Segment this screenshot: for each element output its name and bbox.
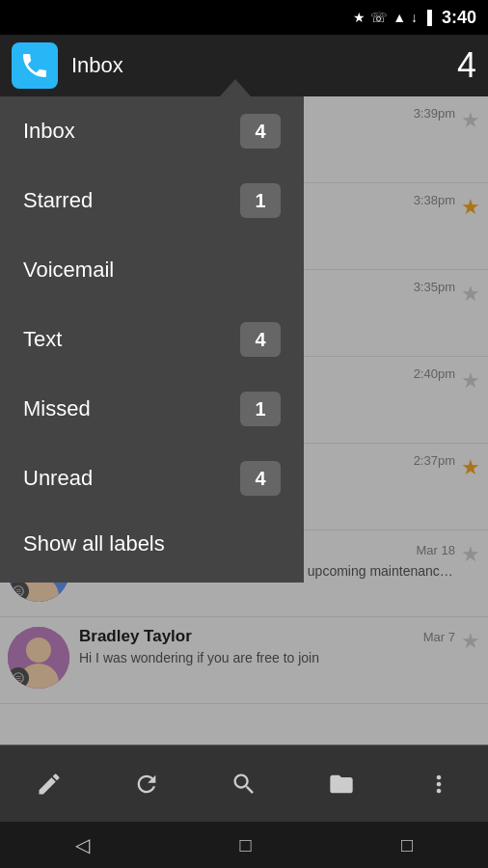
menu-item-label: Show all labels xyxy=(23,531,165,556)
compose-button[interactable] xyxy=(26,761,72,807)
header-badge: 4 xyxy=(457,45,476,86)
menu-badge: 1 xyxy=(240,183,281,218)
battery-icon: ▐ xyxy=(422,10,432,25)
menu-item-text[interactable]: Text4 xyxy=(0,305,304,374)
search-button[interactable] xyxy=(221,761,267,807)
refresh-button[interactable] xyxy=(123,761,170,807)
menu-item-label: Inbox xyxy=(23,119,75,144)
dropdown-arrow xyxy=(220,79,251,96)
menu-item-label: Unread xyxy=(23,466,93,491)
home-button[interactable]: □ xyxy=(239,834,251,856)
phone-app-icon xyxy=(19,50,50,81)
menu-item-missed[interactable]: Missed1 xyxy=(0,374,304,444)
menu-item-show-all-labels[interactable]: Show all labels xyxy=(0,513,304,575)
menu-item-label: Text xyxy=(23,327,62,352)
phone-icon: ☏ xyxy=(370,10,388,25)
more-button[interactable] xyxy=(416,761,462,807)
menu-badge: 4 xyxy=(240,322,281,357)
signal-icon: ↓ xyxy=(411,10,418,25)
menu-badge: 4 xyxy=(240,461,281,496)
menu-badge: 4 xyxy=(240,114,281,149)
app-header: Inbox 4 xyxy=(0,35,488,96)
bluetooth-icon: ★ xyxy=(353,10,366,25)
menu-item-inbox[interactable]: Inbox4 xyxy=(0,96,304,166)
recent-button[interactable]: □ xyxy=(401,834,413,856)
nav-bar: ◁ □ □ xyxy=(0,822,488,868)
back-button[interactable]: ◁ xyxy=(75,833,90,856)
menu-item-label: Starred xyxy=(23,188,93,213)
menu-item-label: Missed xyxy=(23,396,91,421)
menu-badge: 1 xyxy=(240,392,281,426)
main-content: ☰ 3:39pmthe library. I'll★ ☰ 3:38pmcance… xyxy=(0,96,488,745)
bottom-toolbar xyxy=(0,745,488,822)
app-title: Inbox xyxy=(71,53,457,78)
menu-item-unread[interactable]: Unread4 xyxy=(0,444,304,513)
menu-item-label: Voicemail xyxy=(23,258,114,283)
wifi-icon: ▲ xyxy=(393,10,406,25)
status-icons: ★ ☏ ▲ ↓ ▐ xyxy=(353,10,432,25)
menu-item-voicemail[interactable]: Voicemail xyxy=(0,235,304,305)
dropdown-menu: Inbox4Starred1VoicemailText4Missed1Unrea… xyxy=(0,96,304,583)
folder-button[interactable] xyxy=(318,761,365,807)
menu-item-starred[interactable]: Starred1 xyxy=(0,166,304,235)
status-bar: ★ ☏ ▲ ↓ ▐ 3:40 xyxy=(0,0,488,35)
status-time: 3:40 xyxy=(442,8,476,28)
app-icon[interactable] xyxy=(12,42,58,89)
